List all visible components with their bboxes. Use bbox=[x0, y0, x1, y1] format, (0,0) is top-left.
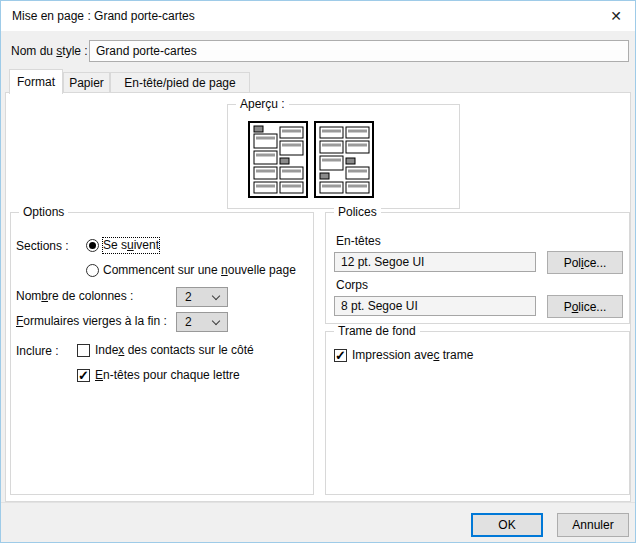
style-name-label: Nom du style : bbox=[11, 44, 88, 59]
include-label: Inclure : bbox=[16, 344, 59, 359]
checkbox-contact-index[interactable] bbox=[77, 344, 90, 357]
checkbox-letter-headings[interactable] bbox=[77, 369, 90, 382]
body-font-button[interactable]: Police... bbox=[547, 295, 623, 318]
body-font-label: Corps bbox=[336, 278, 368, 293]
checkbox-letter-headings-label[interactable]: En-têtes pour chaque lettre bbox=[95, 368, 240, 383]
radio-sections-nouvelle-page[interactable] bbox=[86, 264, 99, 277]
radio-sections-se-suivent[interactable] bbox=[86, 239, 99, 252]
window-title: Mise en page : Grand porte-cartes bbox=[12, 1, 195, 31]
page-setup-dialog: Mise en page : Grand porte-cartes ✕ Nom … bbox=[0, 0, 636, 543]
tab-papier[interactable]: Papier bbox=[63, 72, 110, 93]
preview-group: Aperçu : bbox=[227, 104, 460, 209]
preview-pages-graphic bbox=[248, 121, 374, 199]
fonts-group-title: Polices bbox=[334, 205, 381, 220]
cancel-button[interactable]: Annuler bbox=[557, 513, 629, 537]
body-font-field: 8 pt. Segoe UI bbox=[334, 296, 536, 316]
style-name-input[interactable]: Grand porte-cartes bbox=[89, 40, 629, 62]
tab-format[interactable]: Format bbox=[9, 69, 63, 94]
headings-font-label: En-têtes bbox=[336, 234, 381, 249]
format-tab-page: Aperçu : bbox=[5, 92, 631, 502]
tab-entete-pied-de-page[interactable]: En-tête/pied de page bbox=[110, 72, 250, 93]
titlebar: Mise en page : Grand porte-cartes ✕ bbox=[1, 1, 635, 31]
headings-font-field: 12 pt. Segoe UI bbox=[334, 252, 536, 272]
options-group-title: Options bbox=[19, 205, 68, 220]
blank-forms-dropdown-value: 2 bbox=[185, 313, 192, 331]
checkbox-print-shading[interactable] bbox=[334, 349, 347, 362]
blank-forms-dropdown[interactable]: 2 bbox=[176, 312, 228, 332]
preview-group-title: Aperçu : bbox=[236, 97, 289, 112]
columns-dropdown[interactable]: 2 bbox=[176, 287, 228, 307]
columns-label: Nombre de colonnes : bbox=[16, 289, 133, 304]
columns-dropdown-value: 2 bbox=[185, 288, 192, 306]
headings-font-button[interactable]: Police... bbox=[547, 251, 623, 274]
shading-group-title: Trame de fond bbox=[334, 324, 420, 339]
footer-bar: OK Annuler bbox=[1, 502, 635, 542]
close-icon[interactable]: ✕ bbox=[599, 1, 633, 31]
radio-sections-nouvelle-page-label[interactable]: Commencent sur une nouvelle page bbox=[103, 263, 296, 278]
ok-button[interactable]: OK bbox=[471, 513, 543, 537]
chevron-down-icon bbox=[212, 292, 220, 300]
blank-forms-label: Formulaires vierges à la fin : bbox=[16, 314, 167, 329]
checkbox-print-shading-label[interactable]: Impression avec trame bbox=[352, 348, 473, 363]
radio-sections-se-suivent-label[interactable]: Se suivent bbox=[103, 238, 159, 253]
sections-label: Sections : bbox=[16, 239, 69, 254]
checkbox-contact-index-label[interactable]: Index des contacts sur le côté bbox=[95, 343, 254, 358]
chevron-down-icon bbox=[212, 317, 220, 325]
